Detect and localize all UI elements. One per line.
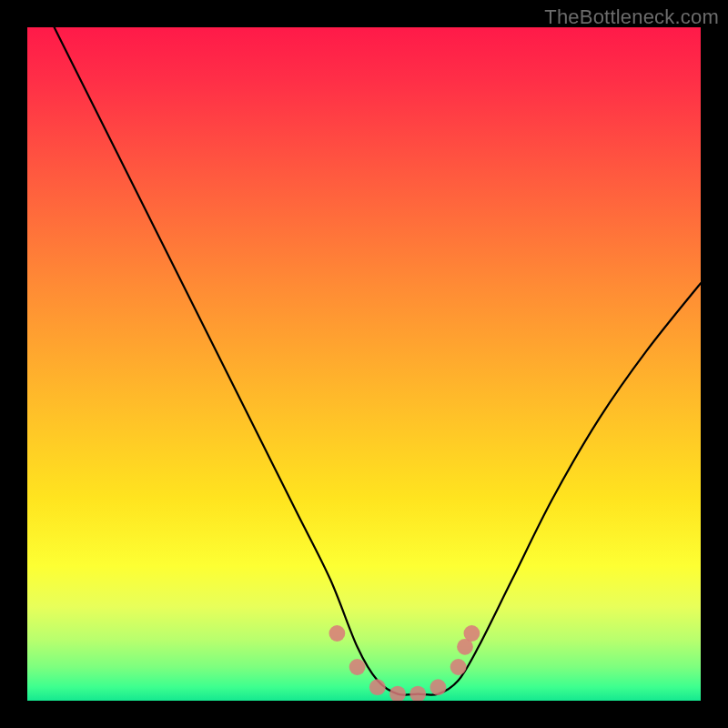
trough-marker [369,679,386,695]
trough-marker [329,625,346,642]
trough-marker [389,686,406,701]
bottleneck-curve [55,27,701,695]
trough-marker [430,679,447,695]
trough-markers-group [329,625,480,701]
chart-frame: TheBottleneck.com [0,0,728,728]
trough-marker [349,659,366,675]
trough-marker [410,686,426,701]
curve-svg [27,27,701,701]
plot-area [27,27,701,701]
trough-marker [450,659,467,675]
watermark-text: TheBottleneck.com [544,5,719,29]
trough-marker [464,625,480,642]
